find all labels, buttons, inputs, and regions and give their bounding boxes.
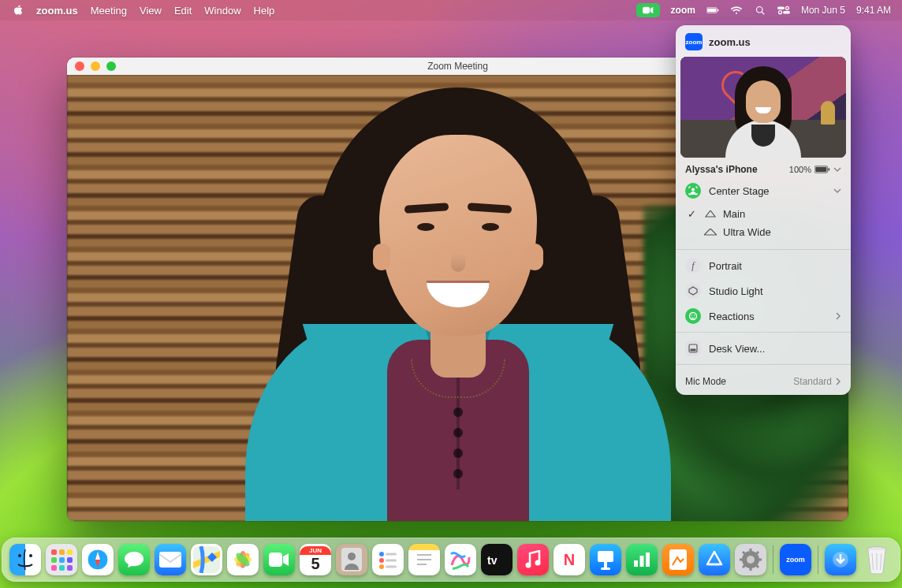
svg-point-36 bbox=[348, 553, 356, 560]
dock-tv[interactable]: tv bbox=[481, 544, 512, 575]
svg-rect-40 bbox=[386, 560, 397, 562]
calendar-day-label: 5 bbox=[311, 555, 319, 573]
center-stage-submenu: ✓ Main Ultra Wide bbox=[676, 203, 851, 246]
dock-appstore[interactable] bbox=[699, 544, 730, 575]
lens-wide-icon bbox=[704, 229, 717, 236]
reactions-label: Reactions bbox=[709, 311, 755, 322]
dock-keynote[interactable] bbox=[590, 544, 621, 575]
svg-text:tv: tv bbox=[487, 554, 498, 567]
svg-point-48 bbox=[535, 560, 541, 566]
dock: JUN5 tv N zoom bbox=[2, 538, 900, 582]
svg-point-22 bbox=[29, 554, 32, 557]
menu-window[interactable]: Window bbox=[204, 5, 240, 17]
svg-line-65 bbox=[755, 552, 758, 555]
svg-rect-50 bbox=[604, 562, 607, 568]
studio-light-row[interactable]: Studio Light bbox=[676, 278, 851, 303]
svg-point-21 bbox=[18, 554, 21, 557]
dock-separator bbox=[773, 545, 773, 574]
svg-point-16 bbox=[691, 314, 692, 315]
menubar: zoom.us Meeting View Edit Window Help zo… bbox=[0, 0, 902, 20]
battery-icon bbox=[814, 166, 830, 173]
chevron-right-icon bbox=[835, 311, 841, 322]
dock-news[interactable]: N bbox=[554, 544, 585, 575]
svg-rect-8 bbox=[783, 11, 790, 14]
dock-trash[interactable] bbox=[861, 544, 893, 575]
portrait-row[interactable]: f Portrait bbox=[676, 253, 851, 278]
svg-rect-34 bbox=[269, 553, 282, 567]
dock-freeform[interactable] bbox=[445, 544, 476, 575]
dock-contacts[interactable] bbox=[336, 544, 367, 575]
popover-header: zoom zoom.us bbox=[676, 25, 851, 57]
dock-numbers[interactable] bbox=[626, 544, 658, 575]
mic-mode-label: Mic Mode bbox=[685, 376, 726, 387]
svg-line-66 bbox=[743, 564, 746, 568]
dock-separator bbox=[818, 545, 818, 574]
svg-point-47 bbox=[526, 563, 531, 568]
news-glyph: N bbox=[564, 551, 575, 569]
camera-option-ultrawide[interactable]: Ultra Wide bbox=[685, 223, 851, 241]
svg-point-41 bbox=[379, 564, 384, 569]
window-title: Zoom Meeting bbox=[427, 61, 488, 72]
dock-calendar[interactable]: JUN5 bbox=[300, 544, 331, 575]
main-participant-video bbox=[253, 80, 663, 521]
desk-view-row[interactable]: Desk View... bbox=[676, 336, 851, 361]
popover-app-name: zoom.us bbox=[709, 36, 751, 48]
svg-rect-51 bbox=[601, 568, 610, 570]
svg-point-13 bbox=[691, 188, 695, 192]
dock-maps[interactable] bbox=[191, 544, 222, 575]
dock-safari[interactable] bbox=[82, 544, 114, 575]
svg-rect-38 bbox=[386, 553, 397, 556]
device-row[interactable]: Alyssa's iPhone 100% bbox=[676, 158, 851, 178]
camera-option-ultrawide-label: Ultra Wide bbox=[723, 226, 771, 238]
reactions-row[interactable]: Reactions bbox=[676, 303, 851, 329]
window-fullscreen-button[interactable] bbox=[106, 61, 116, 71]
dock-zoom[interactable]: zoom bbox=[780, 544, 811, 575]
dock-music[interactable] bbox=[517, 544, 549, 575]
dock-pages[interactable] bbox=[662, 544, 694, 575]
menubar-time[interactable]: 9:41 AM bbox=[856, 5, 891, 16]
studio-light-label: Studio Light bbox=[709, 285, 763, 297]
svg-marker-14 bbox=[689, 287, 697, 295]
menubar-date[interactable]: Mon Jun 5 bbox=[801, 5, 845, 16]
window-close-button[interactable] bbox=[75, 61, 84, 71]
lens-icon bbox=[704, 210, 717, 218]
dock-facetime[interactable] bbox=[263, 544, 295, 575]
control-center-icon[interactable] bbox=[777, 6, 790, 15]
camera-preview bbox=[680, 57, 846, 158]
calendar-month-label: JUN bbox=[300, 546, 331, 555]
dock-reminders[interactable] bbox=[372, 544, 404, 575]
svg-point-7 bbox=[785, 6, 788, 9]
dock-photos[interactable] bbox=[227, 544, 259, 575]
app-name-menu[interactable]: zoom.us bbox=[36, 5, 78, 17]
camera-status-pill[interactable] bbox=[636, 3, 660, 17]
apple-menu[interactable] bbox=[13, 5, 24, 16]
dock-downloads[interactable] bbox=[825, 544, 856, 575]
dock-settings[interactable] bbox=[735, 544, 766, 575]
battery-status-icon[interactable] bbox=[706, 6, 719, 15]
checkmark-icon: ✓ bbox=[685, 208, 698, 220]
dock-notes[interactable] bbox=[408, 544, 440, 575]
camera-option-main-label: Main bbox=[723, 208, 745, 220]
menu-view[interactable]: View bbox=[140, 5, 162, 17]
menu-help[interactable]: Help bbox=[254, 5, 275, 17]
dock-launchpad[interactable] bbox=[46, 544, 77, 575]
svg-rect-54 bbox=[646, 553, 650, 567]
center-stage-row[interactable]: Center Stage bbox=[676, 178, 851, 203]
spotlight-icon[interactable] bbox=[754, 6, 766, 15]
wifi-status-icon[interactable] bbox=[730, 6, 743, 15]
video-effects-popover: zoom zoom.us Alyssa's iPhone 100% bbox=[676, 25, 851, 395]
svg-point-39 bbox=[379, 558, 384, 563]
window-minimize-button[interactable] bbox=[91, 61, 100, 71]
center-stage-icon bbox=[685, 183, 701, 199]
portrait-label: Portrait bbox=[709, 260, 742, 272]
camera-option-main[interactable]: ✓ Main bbox=[685, 205, 851, 223]
svg-line-64 bbox=[755, 564, 758, 568]
mic-mode-row[interactable]: Mic Mode Standard bbox=[676, 368, 851, 395]
dock-finder[interactable] bbox=[9, 544, 41, 575]
svg-point-9 bbox=[779, 11, 782, 14]
dock-messages[interactable] bbox=[118, 544, 150, 575]
dock-mail[interactable] bbox=[155, 544, 186, 575]
menu-meeting[interactable]: Meeting bbox=[91, 5, 127, 17]
desk-view-label: Desk View... bbox=[709, 343, 765, 355]
menu-edit[interactable]: Edit bbox=[174, 5, 192, 17]
